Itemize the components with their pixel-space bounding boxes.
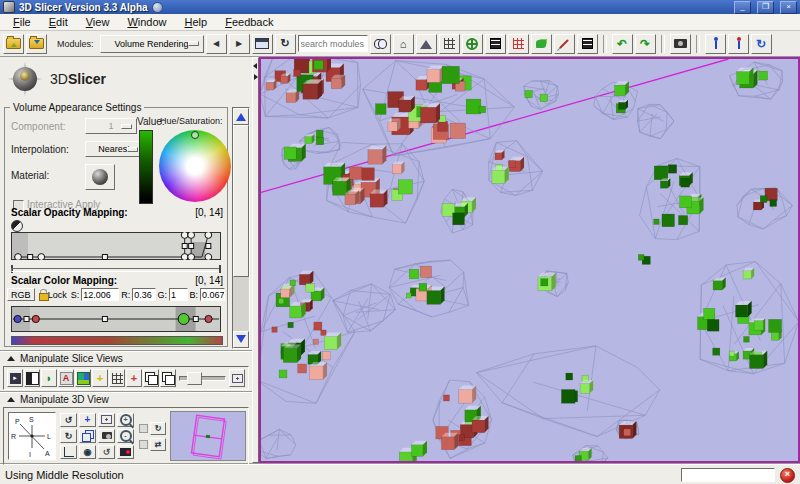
- opacity-editor[interactable]: [11, 232, 221, 260]
- data-module-button[interactable]: [416, 34, 437, 54]
- camera-icon: [674, 39, 687, 48]
- slider-thumb[interactable]: [187, 372, 202, 385]
- scrollbar-thumb[interactable]: [233, 125, 249, 277]
- module-forward-button[interactable]: ▶: [229, 34, 250, 54]
- refresh-views-button[interactable]: ↻: [751, 34, 772, 54]
- slice-features-button[interactable]: [229, 369, 245, 387]
- close-button[interactable]: ×: [780, 1, 797, 14]
- menu-view[interactable]: View: [77, 15, 119, 29]
- spin-checkbox[interactable]: [139, 424, 148, 433]
- value-gradient-bar[interactable]: [139, 130, 153, 204]
- slice-link-button[interactable]: [160, 369, 176, 387]
- axes-icon: [64, 447, 74, 457]
- settings-scrollbar[interactable]: [232, 107, 250, 349]
- hue-selector-icon[interactable]: [191, 131, 199, 139]
- material-button[interactable]: [85, 164, 115, 190]
- perspective-button[interactable]: [79, 429, 96, 443]
- save-scene-button[interactable]: [26, 34, 47, 54]
- scroll-down-button[interactable]: [233, 331, 249, 348]
- scroll-down-icon: [236, 335, 246, 348]
- models-module-button[interactable]: [531, 34, 552, 54]
- transforms-module-button[interactable]: [485, 34, 506, 54]
- panel-splitter[interactable]: [252, 57, 259, 463]
- zoom-in-button[interactable]: +: [117, 413, 134, 427]
- opacity-range-slider[interactable]: [11, 265, 221, 273]
- rock-button[interactable]: ⇄: [150, 438, 166, 451]
- colors-module-button[interactable]: [577, 34, 598, 54]
- axis-orientation-widget[interactable]: P S L R I A: [8, 412, 56, 460]
- g-field[interactable]: 1: [169, 288, 188, 301]
- module-reload-button[interactable]: ↻: [275, 34, 296, 54]
- navigation-thumbnail[interactable]: [170, 411, 246, 461]
- editor-module-button[interactable]: [554, 34, 575, 54]
- slice-label-button[interactable]: ◗: [41, 369, 57, 387]
- b-field[interactable]: 0.067: [200, 288, 225, 301]
- component-select[interactable]: 1: [85, 118, 137, 134]
- mannequin-button-2[interactable]: [728, 34, 749, 54]
- toolbar-separator: [661, 35, 665, 53]
- box-dot-icon: [232, 374, 243, 383]
- view-3d-header[interactable]: Manipulate 3D View: [0, 392, 252, 406]
- spin-button[interactable]: ↻: [150, 422, 166, 435]
- status-bar: Using Middle Resolution ×: [0, 463, 800, 484]
- rgb-button[interactable]: RGB: [7, 288, 35, 301]
- slice-views-header[interactable]: Manipulate Slice Views: [0, 351, 252, 365]
- module-select[interactable]: Volume Rendering: [100, 35, 204, 53]
- undo-button[interactable]: ↶: [612, 34, 633, 54]
- zoom-out-button[interactable]: -: [117, 429, 134, 443]
- interpolation-select[interactable]: Nearest: [85, 141, 143, 157]
- slice-opacity-slider[interactable]: [179, 371, 226, 385]
- search-modules-input[interactable]: [298, 35, 368, 52]
- menu-feedback[interactable]: Feedback: [216, 15, 282, 29]
- slice-navigation-button[interactable]: +: [126, 369, 142, 387]
- mannequin-button-1[interactable]: [705, 34, 726, 54]
- load-scene-button[interactable]: [3, 34, 24, 54]
- restore-button[interactable]: ❐: [757, 1, 774, 14]
- screenshot-3d-button[interactable]: [98, 429, 115, 443]
- view-3d[interactable]: [259, 57, 800, 463]
- color-editor[interactable]: [11, 306, 221, 332]
- zoom-out-icon: -: [120, 430, 132, 442]
- lock-icon[interactable]: [39, 289, 46, 300]
- module-back-button[interactable]: ◀: [206, 34, 227, 54]
- component-label: Component:: [11, 121, 65, 132]
- minimize-button[interactable]: _: [734, 1, 751, 14]
- slice-annotations-button[interactable]: A: [58, 369, 74, 387]
- grid-module-button[interactable]: [508, 34, 529, 54]
- rotate-right-button[interactable]: ↻: [60, 429, 77, 443]
- scroll-up-button[interactable]: [233, 108, 249, 125]
- menu-edit[interactable]: Edit: [40, 15, 77, 29]
- center-view-button[interactable]: +: [79, 413, 96, 427]
- slice-fit-button[interactable]: [143, 369, 159, 387]
- axes-visibility-button[interactable]: [60, 445, 77, 459]
- find-modules-button[interactable]: [370, 34, 391, 54]
- menu-help[interactable]: Help: [176, 15, 217, 29]
- camera-icon: [102, 432, 112, 439]
- slice-grid-button[interactable]: [109, 369, 125, 387]
- stereo-button[interactable]: [98, 413, 115, 427]
- slice-visibility-button[interactable]: ▸: [7, 369, 23, 387]
- rock-checkbox[interactable]: [139, 440, 148, 449]
- look-from-button[interactable]: ◉: [79, 445, 96, 459]
- r-field[interactable]: 0.36: [132, 288, 155, 301]
- layout-button[interactable]: [252, 34, 273, 54]
- record-button[interactable]: [117, 445, 134, 459]
- hue-saturation-wheel[interactable]: [159, 130, 231, 202]
- rotate-left-button[interactable]: ↺: [60, 413, 77, 427]
- slice-compositing-button[interactable]: [75, 369, 91, 387]
- slice-crosshair-button[interactable]: +: [92, 369, 108, 387]
- spin-view-button[interactable]: ↺: [98, 445, 115, 459]
- slice-fg-bg-button[interactable]: [24, 369, 40, 387]
- red-green-cross-icon: +: [131, 373, 137, 384]
- module-panel: 3DSlicer Volume Appearance Settings Comp…: [0, 57, 252, 463]
- menu-window[interactable]: Window: [118, 15, 175, 29]
- s-field[interactable]: 12.006: [81, 288, 119, 301]
- fiducials-module-button[interactable]: [462, 34, 483, 54]
- home-module-button[interactable]: ⌂: [393, 34, 414, 54]
- opacity-toggle-icon[interactable]: [11, 220, 23, 232]
- redo-button[interactable]: ↷: [635, 34, 656, 54]
- volumes-module-button[interactable]: [439, 34, 460, 54]
- screenshot-button[interactable]: [670, 34, 691, 54]
- cancel-button[interactable]: ×: [780, 468, 795, 483]
- menu-file[interactable]: File: [4, 15, 40, 29]
